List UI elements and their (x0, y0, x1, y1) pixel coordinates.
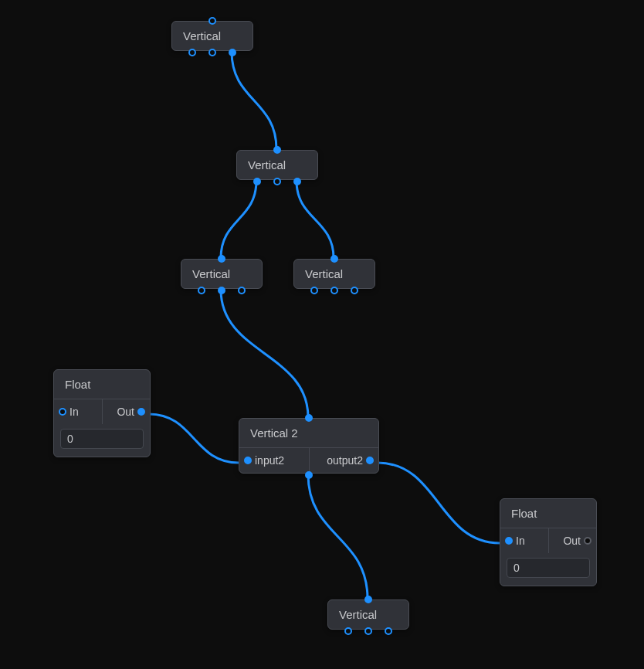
port-icon[interactable] (253, 178, 261, 185)
node-title: Vertical (181, 260, 262, 288)
port-icon[interactable] (293, 178, 301, 185)
port-icon (584, 537, 591, 545)
port-icon[interactable] (273, 146, 281, 154)
port-label: input2 (255, 454, 284, 467)
port-label: Out (563, 535, 581, 547)
port-icon (59, 408, 66, 416)
port-out[interactable]: Out (102, 399, 151, 424)
node-title: Vertical (172, 22, 253, 50)
edge (308, 474, 368, 599)
port-icon (244, 457, 252, 464)
port-label: In (516, 535, 525, 547)
port-icon[interactable] (188, 49, 196, 56)
port-icon[interactable] (364, 596, 372, 603)
port-icon[interactable] (273, 178, 281, 185)
node-vertical-3[interactable]: Vertical (181, 259, 263, 289)
port-icon[interactable] (198, 287, 205, 294)
port-icon[interactable] (344, 627, 352, 635)
port-out[interactable]: Out (548, 528, 597, 553)
edge (378, 463, 500, 543)
node-float-1[interactable]: Float In Out (53, 369, 151, 457)
node-title: Vertical (237, 151, 317, 179)
port-icon[interactable] (330, 287, 338, 294)
node-title: Float (54, 370, 150, 399)
port-label: In (69, 406, 79, 418)
port-icon (366, 457, 374, 464)
node-graph-canvas[interactable]: { "nodes": { "v1": {"label":"Vertical","… (0, 0, 644, 669)
node-title: Vertical 2 (239, 419, 378, 447)
port-icon[interactable] (305, 414, 313, 422)
port-label: Out (117, 406, 134, 418)
port-icon[interactable] (218, 255, 225, 263)
float-value-input[interactable] (507, 558, 590, 578)
edge (297, 181, 334, 258)
node-title: Vertical (328, 600, 408, 629)
edge (221, 290, 308, 417)
port-icon[interactable] (385, 627, 392, 635)
port-label: output2 (327, 454, 363, 467)
node-vertical2[interactable]: Vertical 2 input2 output2 (239, 418, 379, 474)
node-float-2[interactable]: Float In Out (500, 498, 597, 586)
port-input2[interactable]: input2 (239, 448, 309, 473)
port-icon[interactable] (229, 49, 236, 56)
edge (149, 414, 239, 463)
port-icon (137, 408, 145, 416)
port-icon[interactable] (351, 287, 358, 294)
node-title: Vertical (294, 260, 375, 288)
port-icon[interactable] (208, 49, 216, 56)
float-value-input[interactable] (60, 429, 144, 449)
port-icon[interactable] (208, 17, 216, 25)
port-output2[interactable]: output2 (309, 448, 379, 473)
node-vertical-1[interactable]: Vertical (171, 21, 253, 51)
port-icon[interactable] (238, 287, 246, 294)
node-vertical-2[interactable]: Vertical (236, 150, 318, 180)
port-icon[interactable] (330, 255, 338, 263)
node-vertical-6[interactable]: Vertical (327, 599, 409, 630)
node-title: Float (500, 499, 596, 528)
edge (232, 52, 276, 149)
node-vertical-4[interactable]: Vertical (293, 259, 375, 289)
port-icon (505, 537, 513, 545)
port-icon[interactable] (364, 627, 372, 635)
edge (221, 181, 256, 258)
port-icon[interactable] (218, 287, 225, 294)
port-in[interactable]: In (54, 399, 102, 424)
port-icon[interactable] (305, 471, 313, 479)
port-icon[interactable] (310, 287, 318, 294)
port-in[interactable]: In (500, 528, 548, 553)
